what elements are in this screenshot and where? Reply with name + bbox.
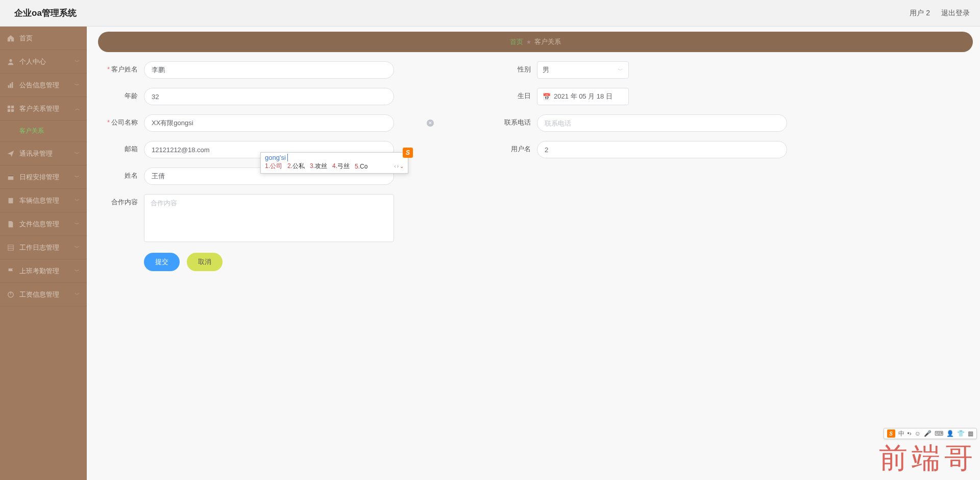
home-icon [7, 35, 14, 42]
chevron-down-icon: ﹀ [75, 197, 80, 204]
svg-rect-6 [8, 109, 10, 111]
watermark: 前端哥 [879, 439, 977, 478]
ime-user-icon[interactable]: 👤 [946, 430, 954, 437]
logout-link[interactable]: 退出登录 [941, 9, 970, 18]
ime-composition: gong'si [261, 153, 408, 162]
svg-rect-5 [11, 105, 14, 108]
phone-input[interactable] [537, 114, 787, 132]
ime-candidate-list: 1.公司 2.公私 3.攻丝 4.弓丝 5.Co ‹ › ⌄ [261, 162, 408, 172]
sidebar-item-label: 日程安排管理 [19, 173, 59, 182]
clear-icon[interactable]: ✕ [427, 119, 434, 127]
ime-candidate-5[interactable]: 5.Co [355, 163, 368, 170]
grid2-icon [7, 244, 14, 251]
svg-rect-1 [8, 85, 10, 88]
sidebar-item-schedule[interactable]: 日程安排管理﹀ [0, 165, 87, 189]
chevron-down-icon: ﹀ [75, 58, 80, 65]
label-age: 年龄 [98, 88, 144, 104]
label-customer-name: *客户姓名 [98, 61, 144, 78]
app-title: 企业oa管理系统 [14, 7, 77, 19]
customer-form: *客户姓名 年龄 *公司名称 ✕ 邮箱 [98, 61, 973, 271]
sogou-logo-icon: S [887, 429, 895, 438]
gender-select[interactable]: 男 ﹀ [537, 61, 629, 79]
svg-rect-11 [8, 245, 14, 250]
ime-lang-toggle[interactable]: 中 [898, 429, 904, 438]
sidebar-item-attendance[interactable]: 上班考勤管理﹀ [0, 259, 87, 283]
sidebar-item-notice[interactable]: 公告信息管理﹀ [0, 74, 87, 97]
breadcrumb-current: 客户关系 [534, 37, 561, 46]
ime-status-bar[interactable]: S 中 •› ☺ 🎤 ⌨ 👤 👕 ▦ [884, 428, 977, 439]
ime-toolbox-icon[interactable]: ▦ [968, 430, 973, 437]
sidebar-item-profile[interactable]: 个人中心﹀ [0, 50, 87, 74]
ime-prev-icon[interactable]: ‹ [394, 163, 396, 169]
username-input[interactable] [537, 141, 787, 158]
sidebar-item-label: 客户关系管理 [19, 104, 59, 113]
ime-emoji-icon[interactable]: ☺ [915, 430, 921, 437]
sogou-logo-icon: S [403, 148, 413, 158]
chart-icon [7, 82, 14, 89]
chevron-down-icon: ﹀ [618, 66, 623, 74]
label-username: 用户名 [491, 141, 537, 157]
chevron-down-icon: ﹀ [75, 244, 80, 251]
chevron-down-icon: ﹀ [75, 82, 80, 89]
breadcrumb: 首页 ★ 客户关系 [98, 32, 973, 52]
cancel-button[interactable]: 取消 [187, 253, 223, 271]
chevron-down-icon: ﹀ [75, 221, 80, 228]
sidebar-item-label: 车辆信息管理 [19, 196, 59, 205]
sidebar-item-salary[interactable]: 工资信息管理﹀ [0, 283, 87, 306]
svg-rect-4 [8, 105, 10, 108]
sidebar: 首页 个人中心﹀ 公告信息管理﹀ 客户关系管理﹀ 客户关系 通讯录管理﹀ 日程安… [0, 27, 87, 480]
ime-keyboard-icon[interactable]: ⌨ [935, 430, 943, 437]
sidebar-item-customer[interactable]: 客户关系管理﹀ [0, 97, 87, 121]
header-actions: 用户 2 退出登录 [910, 9, 970, 18]
chevron-down-icon: ﹀ [75, 150, 80, 157]
user-label[interactable]: 用户 2 [910, 9, 930, 18]
sidebar-item-files[interactable]: 文件信息管理﹀ [0, 212, 87, 236]
clipboard-icon [7, 197, 14, 204]
label-name: 姓名 [98, 167, 144, 184]
ime-candidate-popup: S gong'si 1.公司 2.公私 3.攻丝 4.弓丝 5.Co ‹ › ⌄ [260, 152, 408, 174]
company-input[interactable] [144, 114, 394, 132]
birthday-date-input[interactable]: 📅 2021 年 05 月 18 日 [537, 88, 629, 105]
content-textarea[interactable] [144, 194, 394, 242]
birthday-value: 2021 年 05 月 18 日 [554, 92, 612, 101]
svg-rect-10 [9, 198, 13, 203]
power-icon [7, 291, 14, 298]
svg-point-0 [9, 59, 12, 61]
label-gender: 性别 [491, 61, 537, 78]
label-birthday: 生日 [491, 88, 537, 104]
main-content: 首页 ★ 客户关系 *客户姓名 年龄 *公司名称 ✕ [87, 27, 980, 480]
ime-skin-icon[interactable]: 👕 [957, 430, 965, 437]
breadcrumb-separator-icon: ★ [526, 39, 531, 45]
customer-name-input[interactable] [144, 61, 394, 79]
sidebar-item-contacts[interactable]: 通讯录管理﹀ [0, 142, 87, 165]
ime-expand-icon[interactable]: ⌄ [400, 163, 404, 169]
calendar-icon [7, 174, 14, 181]
ime-next-icon[interactable]: › [397, 163, 399, 169]
ime-voice-icon[interactable]: 🎤 [924, 430, 932, 437]
ime-candidate-4[interactable]: 4.弓丝 [332, 162, 350, 171]
ime-candidate-3[interactable]: 3.攻丝 [310, 162, 327, 171]
sidebar-item-label: 公告信息管理 [19, 81, 59, 90]
sidebar-item-label: 上班考勤管理 [19, 267, 59, 276]
submit-button[interactable]: 提交 [144, 253, 180, 271]
send-icon [7, 150, 14, 157]
sidebar-sub-customer-relation[interactable]: 客户关系 [0, 121, 87, 142]
breadcrumb-home[interactable]: 首页 [510, 37, 523, 46]
chevron-down-icon: ﹀ [75, 174, 80, 181]
label-email: 邮箱 [98, 141, 144, 157]
ime-candidate-1[interactable]: 1.公司 [265, 162, 282, 171]
chevron-down-icon: ﹀ [75, 268, 80, 275]
sidebar-item-label: 通讯录管理 [19, 149, 53, 158]
svg-rect-2 [10, 83, 11, 88]
ime-candidate-2[interactable]: 2.公私 [287, 162, 305, 171]
sidebar-item-label: 工资信息管理 [19, 290, 59, 299]
age-input[interactable] [144, 88, 394, 105]
file-icon [7, 221, 14, 228]
sidebar-item-worklog[interactable]: 工作日志管理﹀ [0, 236, 87, 259]
sidebar-item-home[interactable]: 首页 [0, 27, 87, 50]
flag-icon [7, 268, 14, 275]
gender-value: 男 [543, 65, 549, 75]
ime-punct-icon[interactable]: •› [908, 430, 912, 437]
svg-rect-9 [8, 175, 14, 176]
sidebar-item-vehicle[interactable]: 车辆信息管理﹀ [0, 189, 87, 212]
